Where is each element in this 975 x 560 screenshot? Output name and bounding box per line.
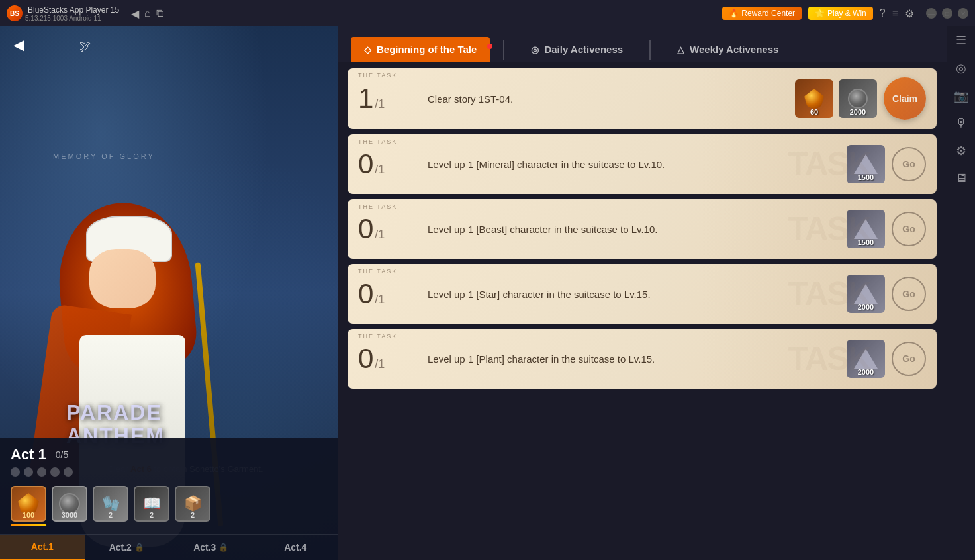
- dot-4: [50, 467, 60, 477]
- tab-beginning-of-tale[interactable]: ◇ Beginning of the Tale: [351, 37, 490, 62]
- reward-center-button[interactable]: 🔥 Reward Center: [722, 7, 802, 20]
- tabs-nav-icon[interactable]: ⧉: [156, 7, 163, 20]
- task-progress-4: 0 /1: [358, 280, 418, 308]
- task-reward-count-coin: 2000: [839, 108, 877, 116]
- minimize-button[interactable]: —: [926, 8, 937, 19]
- act2-label: Act.2: [109, 542, 132, 553]
- go-button-3[interactable]: Go: [892, 212, 926, 246]
- go-button-5[interactable]: Go: [892, 342, 926, 376]
- act-tab-2[interactable]: Act.2 🔒: [85, 535, 169, 560]
- task-label-4: THE TASK: [358, 268, 397, 275]
- task-reward-count-4: 2000: [847, 303, 885, 311]
- reward-small: 📦 2: [175, 486, 210, 526]
- dot-1: [11, 467, 20, 477]
- reward-book: 📖 2: [134, 486, 169, 526]
- act1-label: Act.1: [31, 541, 54, 552]
- amber-count: 100: [23, 511, 34, 519]
- menu-icon[interactable]: ≡: [892, 7, 898, 19]
- task-desc-2: Level up 1 [Mineral] character in the su…: [418, 158, 847, 171]
- app-version: 5.13.215.1003 Android 11: [25, 15, 119, 22]
- settings-icon[interactable]: ⚙: [905, 7, 914, 20]
- task-denom-1: /1: [375, 97, 385, 111]
- reward-gloves: 🧤 2: [93, 486, 128, 526]
- task-reward-coin-icon: 2000: [839, 79, 877, 118]
- maximize-button[interactable]: □: [942, 8, 952, 19]
- small-icon: 📦 2: [175, 486, 210, 522]
- nav-buttons: ◀ ⌂ ⧉: [131, 7, 163, 20]
- go-button-4[interactable]: Go: [892, 277, 926, 311]
- task-desc-4: Level up 1 [Star] character in the suitc…: [418, 287, 847, 301]
- tri-shape-3: [854, 219, 878, 239]
- sidebar-icon-6[interactable]: 🖥: [955, 171, 967, 185]
- act3-label: Act.3: [193, 542, 216, 553]
- tab-daily-activeness[interactable]: ◎ Daily Activeness: [518, 37, 636, 62]
- sidebar-icon-4[interactable]: 🎙: [955, 117, 967, 130]
- task-label-5: THE TASK: [358, 333, 397, 340]
- sidebar-icon-2[interactable]: ◎: [956, 61, 966, 75]
- fire-icon: 🔥: [729, 9, 739, 18]
- task-num-4: 0: [358, 280, 373, 308]
- daily-label: Daily Activeness: [544, 44, 623, 55]
- task-reward-amber-icon: 60: [795, 79, 833, 118]
- act-tab-4[interactable]: Act.4: [254, 535, 338, 560]
- memory-of-glory-text: MEMORY OF GLORY: [53, 152, 155, 160]
- claim-button-1[interactable]: Claim: [884, 77, 926, 120]
- tabs-header: ◇ Beginning of the Tale ◎ Daily Activene…: [338, 26, 947, 62]
- home-nav-icon[interactable]: ⌂: [144, 7, 151, 20]
- task-card-5: THE TASK 0 /1 Level up 1 [Plant] charact…: [348, 329, 937, 389]
- tab-divider-1: [503, 40, 504, 60]
- task-denom-2: /1: [375, 163, 385, 177]
- tri-shape-2: [854, 154, 878, 174]
- dot-5: [64, 467, 73, 477]
- tab-weekly-activeness[interactable]: △ Weekly Activeness: [664, 37, 792, 62]
- dot-3: [37, 467, 46, 477]
- sidebar-icon-3[interactable]: 📷: [954, 89, 968, 103]
- tri-shape-5: [854, 349, 878, 369]
- sidebar-icon-5[interactable]: ⚙: [956, 144, 966, 158]
- help-icon[interactable]: ?: [880, 7, 886, 19]
- back-button[interactable]: ◀: [13, 36, 24, 54]
- task-desc-5: Level up 1 [Plant] character in the suit…: [418, 352, 847, 366]
- task-reward-2: 1500: [847, 145, 885, 183]
- act-progress: 0/5: [56, 449, 68, 460]
- bird-decoration: 🕊: [79, 40, 91, 54]
- gloves-icon: 🧤 2: [93, 486, 128, 522]
- act-tab-3[interactable]: Act.3 🔒: [169, 535, 254, 560]
- amber-icon: 100: [11, 486, 46, 522]
- rewards-row: 100 3000 🧤 2: [0, 482, 338, 534]
- coin-reward-shape: [848, 89, 868, 109]
- sidebar-icon-1[interactable]: ☰: [956, 33, 966, 48]
- gloves-count: 2: [109, 511, 113, 519]
- book-emoji: 📖: [143, 495, 161, 512]
- task-desc-1: Clear story 1ST-04.: [418, 92, 795, 106]
- task-reward-1: 60 2000: [795, 79, 877, 118]
- close-button[interactable]: ✕: [958, 8, 968, 19]
- weekly-label: Weekly Activeness: [690, 44, 778, 55]
- task-reward-tri-icon-5: 2000: [847, 340, 885, 378]
- task-card-4: THE TASK 0 /1 Level up 1 [Star] characte…: [348, 264, 937, 324]
- task-progress-5: 0 /1: [358, 345, 418, 373]
- task-denom-3: /1: [375, 228, 385, 242]
- book-icon: 📖 2: [134, 486, 169, 522]
- beginning-icon: ◇: [364, 44, 371, 55]
- back-nav-icon[interactable]: ◀: [131, 7, 139, 20]
- right-sidebar: ☰ ◎ 📷 🎙 ⚙ 🖥: [947, 26, 975, 560]
- go-button-2[interactable]: Go: [892, 147, 926, 181]
- play-win-button[interactable]: ⭐ Play & Win: [808, 7, 873, 20]
- task-denom-4: /1: [375, 293, 385, 306]
- tri-shape-4: [854, 284, 878, 304]
- task-card-3: THE TASK 0 /1 Level up 1 [Beast] charact…: [348, 199, 937, 259]
- act-tab-1[interactable]: Act.1: [0, 535, 85, 560]
- act3-lock-icon: 🔒: [218, 543, 228, 552]
- daily-icon: ◎: [531, 44, 539, 55]
- task-progress-2: 0 /1: [358, 150, 418, 178]
- coin-count: 3000: [62, 511, 77, 519]
- dot-2: [24, 467, 33, 477]
- book-count: 2: [150, 511, 154, 519]
- small-count: 2: [191, 511, 195, 519]
- amber-progress-bar: [11, 524, 46, 526]
- task-card-2: THE TASK 0 /1 Level up 1 [Mineral] chara…: [348, 134, 937, 194]
- task-progress-1: 1 /1: [358, 85, 418, 113]
- tasks-container[interactable]: THE TASK 1 /1 Clear story 1ST-04. 60 200…: [338, 62, 947, 560]
- beginning-notification-dot: [487, 44, 492, 49]
